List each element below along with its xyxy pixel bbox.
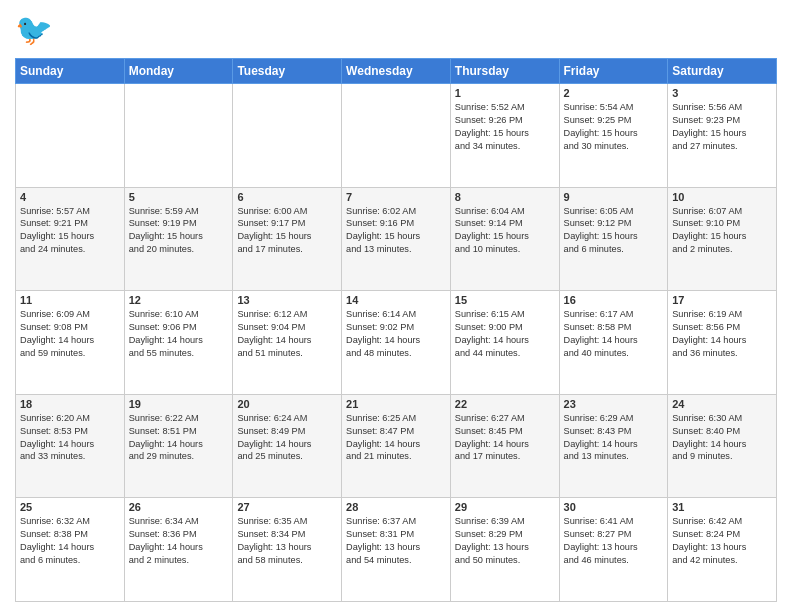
day-info: Sunrise: 6:05 AM Sunset: 9:12 PM Dayligh… [564, 205, 664, 257]
day-info: Sunrise: 6:27 AM Sunset: 8:45 PM Dayligh… [455, 412, 555, 464]
calendar-cell: 29Sunrise: 6:39 AM Sunset: 8:29 PM Dayli… [450, 498, 559, 602]
day-number: 10 [672, 191, 772, 203]
week-row-1: 1Sunrise: 5:52 AM Sunset: 9:26 PM Daylig… [16, 84, 777, 188]
day-number: 26 [129, 501, 229, 513]
logo: 🐦 [15, 10, 59, 50]
day-info: Sunrise: 6:30 AM Sunset: 8:40 PM Dayligh… [672, 412, 772, 464]
calendar-body: 1Sunrise: 5:52 AM Sunset: 9:26 PM Daylig… [16, 84, 777, 602]
day-number: 8 [455, 191, 555, 203]
day-info: Sunrise: 6:35 AM Sunset: 8:34 PM Dayligh… [237, 515, 337, 567]
calendar-cell: 3Sunrise: 5:56 AM Sunset: 9:23 PM Daylig… [668, 84, 777, 188]
day-info: Sunrise: 5:54 AM Sunset: 9:25 PM Dayligh… [564, 101, 664, 153]
day-number: 31 [672, 501, 772, 513]
day-info: Sunrise: 6:17 AM Sunset: 8:58 PM Dayligh… [564, 308, 664, 360]
days-header-row: SundayMondayTuesdayWednesdayThursdayFrid… [16, 59, 777, 84]
day-number: 24 [672, 398, 772, 410]
day-info: Sunrise: 6:32 AM Sunset: 8:38 PM Dayligh… [20, 515, 120, 567]
week-row-4: 18Sunrise: 6:20 AM Sunset: 8:53 PM Dayli… [16, 394, 777, 498]
day-number: 2 [564, 87, 664, 99]
day-number: 30 [564, 501, 664, 513]
calendar-cell: 27Sunrise: 6:35 AM Sunset: 8:34 PM Dayli… [233, 498, 342, 602]
calendar-cell: 11Sunrise: 6:09 AM Sunset: 9:08 PM Dayli… [16, 291, 125, 395]
day-number: 3 [672, 87, 772, 99]
calendar-cell: 23Sunrise: 6:29 AM Sunset: 8:43 PM Dayli… [559, 394, 668, 498]
day-number: 14 [346, 294, 446, 306]
calendar-cell: 17Sunrise: 6:19 AM Sunset: 8:56 PM Dayli… [668, 291, 777, 395]
day-number: 18 [20, 398, 120, 410]
day-header-thursday: Thursday [450, 59, 559, 84]
day-header-wednesday: Wednesday [342, 59, 451, 84]
calendar-cell: 21Sunrise: 6:25 AM Sunset: 8:47 PM Dayli… [342, 394, 451, 498]
calendar-cell: 25Sunrise: 6:32 AM Sunset: 8:38 PM Dayli… [16, 498, 125, 602]
calendar-cell: 18Sunrise: 6:20 AM Sunset: 8:53 PM Dayli… [16, 394, 125, 498]
day-number: 29 [455, 501, 555, 513]
day-info: Sunrise: 5:59 AM Sunset: 9:19 PM Dayligh… [129, 205, 229, 257]
calendar-cell: 22Sunrise: 6:27 AM Sunset: 8:45 PM Dayli… [450, 394, 559, 498]
day-info: Sunrise: 6:25 AM Sunset: 8:47 PM Dayligh… [346, 412, 446, 464]
calendar-cell: 16Sunrise: 6:17 AM Sunset: 8:58 PM Dayli… [559, 291, 668, 395]
calendar-cell: 28Sunrise: 6:37 AM Sunset: 8:31 PM Dayli… [342, 498, 451, 602]
day-number: 11 [20, 294, 120, 306]
day-number: 25 [20, 501, 120, 513]
day-info: Sunrise: 5:57 AM Sunset: 9:21 PM Dayligh… [20, 205, 120, 257]
calendar-table: SundayMondayTuesdayWednesdayThursdayFrid… [15, 58, 777, 602]
day-info: Sunrise: 6:00 AM Sunset: 9:17 PM Dayligh… [237, 205, 337, 257]
svg-text:🐦: 🐦 [15, 11, 53, 48]
calendar-cell: 7Sunrise: 6:02 AM Sunset: 9:16 PM Daylig… [342, 187, 451, 291]
day-header-tuesday: Tuesday [233, 59, 342, 84]
week-row-5: 25Sunrise: 6:32 AM Sunset: 8:38 PM Dayli… [16, 498, 777, 602]
day-number: 1 [455, 87, 555, 99]
calendar-cell: 2Sunrise: 5:54 AM Sunset: 9:25 PM Daylig… [559, 84, 668, 188]
day-info: Sunrise: 6:24 AM Sunset: 8:49 PM Dayligh… [237, 412, 337, 464]
calendar-cell: 24Sunrise: 6:30 AM Sunset: 8:40 PM Dayli… [668, 394, 777, 498]
day-header-friday: Friday [559, 59, 668, 84]
day-number: 17 [672, 294, 772, 306]
calendar-cell: 26Sunrise: 6:34 AM Sunset: 8:36 PM Dayli… [124, 498, 233, 602]
logo-bird-icon: 🐦 [15, 10, 55, 50]
day-number: 9 [564, 191, 664, 203]
calendar-cell: 9Sunrise: 6:05 AM Sunset: 9:12 PM Daylig… [559, 187, 668, 291]
day-number: 20 [237, 398, 337, 410]
calendar-cell: 20Sunrise: 6:24 AM Sunset: 8:49 PM Dayli… [233, 394, 342, 498]
day-number: 22 [455, 398, 555, 410]
calendar-cell: 15Sunrise: 6:15 AM Sunset: 9:00 PM Dayli… [450, 291, 559, 395]
day-number: 5 [129, 191, 229, 203]
day-info: Sunrise: 6:09 AM Sunset: 9:08 PM Dayligh… [20, 308, 120, 360]
calendar-cell: 1Sunrise: 5:52 AM Sunset: 9:26 PM Daylig… [450, 84, 559, 188]
calendar-cell: 5Sunrise: 5:59 AM Sunset: 9:19 PM Daylig… [124, 187, 233, 291]
calendar-cell: 13Sunrise: 6:12 AM Sunset: 9:04 PM Dayli… [233, 291, 342, 395]
day-number: 15 [455, 294, 555, 306]
calendar-cell: 10Sunrise: 6:07 AM Sunset: 9:10 PM Dayli… [668, 187, 777, 291]
day-header-saturday: Saturday [668, 59, 777, 84]
calendar-cell: 19Sunrise: 6:22 AM Sunset: 8:51 PM Dayli… [124, 394, 233, 498]
calendar-cell: 4Sunrise: 5:57 AM Sunset: 9:21 PM Daylig… [16, 187, 125, 291]
day-number: 19 [129, 398, 229, 410]
day-info: Sunrise: 6:12 AM Sunset: 9:04 PM Dayligh… [237, 308, 337, 360]
day-info: Sunrise: 6:37 AM Sunset: 8:31 PM Dayligh… [346, 515, 446, 567]
day-info: Sunrise: 6:42 AM Sunset: 8:24 PM Dayligh… [672, 515, 772, 567]
calendar-cell [124, 84, 233, 188]
calendar-cell: 31Sunrise: 6:42 AM Sunset: 8:24 PM Dayli… [668, 498, 777, 602]
day-info: Sunrise: 6:20 AM Sunset: 8:53 PM Dayligh… [20, 412, 120, 464]
calendar-cell [342, 84, 451, 188]
day-number: 27 [237, 501, 337, 513]
calendar-cell [16, 84, 125, 188]
day-number: 21 [346, 398, 446, 410]
calendar-cell: 14Sunrise: 6:14 AM Sunset: 9:02 PM Dayli… [342, 291, 451, 395]
day-number: 16 [564, 294, 664, 306]
calendar-cell [233, 84, 342, 188]
day-info: Sunrise: 6:15 AM Sunset: 9:00 PM Dayligh… [455, 308, 555, 360]
calendar-cell: 30Sunrise: 6:41 AM Sunset: 8:27 PM Dayli… [559, 498, 668, 602]
day-number: 7 [346, 191, 446, 203]
day-info: Sunrise: 6:07 AM Sunset: 9:10 PM Dayligh… [672, 205, 772, 257]
calendar-cell: 8Sunrise: 6:04 AM Sunset: 9:14 PM Daylig… [450, 187, 559, 291]
day-info: Sunrise: 6:10 AM Sunset: 9:06 PM Dayligh… [129, 308, 229, 360]
day-info: Sunrise: 6:22 AM Sunset: 8:51 PM Dayligh… [129, 412, 229, 464]
day-header-monday: Monday [124, 59, 233, 84]
day-info: Sunrise: 6:02 AM Sunset: 9:16 PM Dayligh… [346, 205, 446, 257]
day-info: Sunrise: 6:04 AM Sunset: 9:14 PM Dayligh… [455, 205, 555, 257]
day-header-sunday: Sunday [16, 59, 125, 84]
header: 🐦 [15, 10, 777, 50]
calendar-cell: 12Sunrise: 6:10 AM Sunset: 9:06 PM Dayli… [124, 291, 233, 395]
day-info: Sunrise: 5:56 AM Sunset: 9:23 PM Dayligh… [672, 101, 772, 153]
